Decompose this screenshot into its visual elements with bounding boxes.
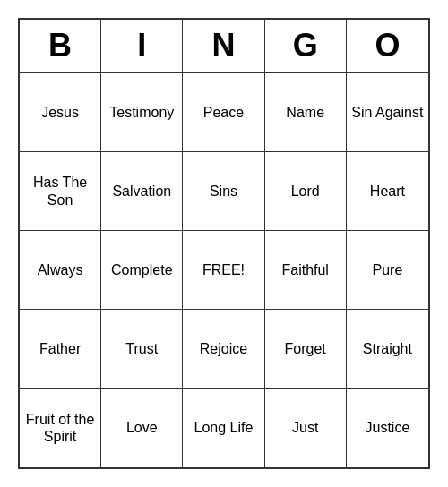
cell-text: Salvation (112, 183, 171, 200)
bingo-cell[interactable]: Rejoice (183, 310, 264, 389)
header-letter: N (183, 20, 264, 72)
cell-text: Complete (111, 261, 172, 278)
bingo-cell[interactable]: Jesus (20, 73, 101, 152)
cell-text: Sin Against (351, 104, 423, 121)
bingo-grid: JesusTestimonyPeaceNameSin AgainstHas Th… (20, 73, 428, 467)
header-letter: G (265, 20, 347, 72)
bingo-cell[interactable]: Just (265, 389, 347, 467)
bingo-cell[interactable]: Name (265, 73, 347, 152)
bingo-cell[interactable]: Sins (183, 152, 264, 231)
bingo-cell[interactable]: Long Life (183, 389, 264, 467)
cell-text: Sins (210, 183, 237, 200)
cell-text: Pure (372, 261, 402, 278)
cell-text: Always (38, 261, 83, 278)
bingo-cell[interactable]: Peace (183, 73, 264, 152)
cell-text: Forget (285, 340, 326, 357)
header-letter: O (347, 20, 428, 72)
bingo-cell[interactable]: Testimony (101, 73, 183, 152)
bingo-cell[interactable]: Heart (347, 152, 428, 231)
cell-text: Jesus (41, 104, 79, 121)
cell-text: Long Life (194, 419, 254, 436)
cell-text: Heart (370, 183, 405, 200)
bingo-cell[interactable]: Pure (347, 231, 428, 310)
cell-text: Name (286, 104, 324, 121)
cell-text: Justice (365, 419, 409, 436)
bingo-card: BINGO JesusTestimonyPeaceNameSin Against… (18, 18, 430, 469)
bingo-cell[interactable]: Forget (265, 310, 347, 389)
cell-text: Just (292, 419, 318, 436)
cell-text: Has The Son (23, 174, 97, 208)
bingo-cell[interactable]: Has The Son (20, 152, 101, 231)
bingo-cell[interactable]: Fruit of the Spirit (20, 389, 101, 467)
bingo-cell[interactable]: Complete (101, 231, 183, 310)
bingo-cell[interactable]: Trust (101, 310, 183, 389)
bingo-cell[interactable]: FREE! (183, 231, 264, 310)
bingo-cell[interactable]: Salvation (101, 152, 183, 231)
bingo-cell[interactable]: Lord (265, 152, 347, 231)
cell-text: Testimony (109, 104, 174, 121)
cell-text: Love (126, 419, 158, 436)
bingo-cell[interactable]: Always (20, 231, 101, 310)
cell-text: Rejoice (200, 340, 247, 357)
bingo-cell[interactable]: Faithful (265, 231, 347, 310)
header-letter: B (20, 20, 101, 72)
cell-text: Fruit of the Spirit (23, 411, 97, 445)
bingo-cell[interactable]: Father (20, 310, 101, 389)
cell-text: Trust (125, 340, 158, 357)
bingo-cell[interactable]: Sin Against (347, 73, 428, 152)
header-letter: I (101, 20, 183, 72)
bingo-cell[interactable]: Love (101, 389, 183, 467)
cell-text: Straight (363, 340, 412, 357)
bingo-cell[interactable]: Straight (347, 310, 428, 389)
bingo-cell[interactable]: Justice (347, 389, 428, 467)
cell-text: Faithful (281, 261, 328, 278)
cell-text: Lord (291, 183, 320, 200)
cell-text: Father (39, 340, 81, 357)
cell-text: FREE! (202, 261, 245, 278)
cell-text: Peace (203, 104, 244, 121)
bingo-header: BINGO (20, 20, 428, 73)
